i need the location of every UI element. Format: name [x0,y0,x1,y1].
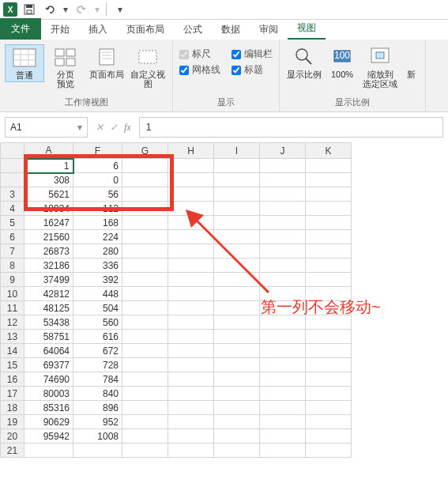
col-header-A[interactable]: A [24,143,73,159]
cell-I-10[interactable] [214,287,260,301]
cell-J-1[interactable] [260,159,306,173]
cell-A-12[interactable]: 53438 [24,315,73,330]
col-header-H[interactable]: H [168,143,214,159]
row-header-6[interactable]: 6 [1,230,24,244]
row-header-9[interactable]: 9 [1,273,24,287]
cell-F-19[interactable]: 952 [73,415,122,429]
cell-J-21[interactable] [260,444,306,458]
cell-A-18[interactable]: 85316 [24,401,73,415]
row-header-20[interactable]: 20 [1,429,24,444]
cell-J-3[interactable] [260,187,306,202]
cell-A-15[interactable]: 69377 [24,358,73,372]
cell-I-8[interactable] [214,259,260,273]
cell-K-20[interactable] [306,429,352,444]
col-header-K[interactable]: K [306,143,352,159]
row-header-3[interactable]: 3 [1,187,24,202]
cell-K-14[interactable] [306,344,352,358]
cell-H-14[interactable] [168,344,214,358]
redo-dropdown[interactable]: ▾ [93,1,101,18]
cell-J-7[interactable] [260,244,306,259]
cell-A-8[interactable]: 32186 [24,259,73,273]
cell-H-13[interactable] [168,330,214,344]
cell-G-14[interactable] [122,344,168,358]
cell-A-10[interactable]: 42812 [24,287,73,301]
cell-I-16[interactable] [214,372,260,387]
cell-F-3[interactable]: 56 [73,187,122,202]
cell-A-6[interactable]: 21560 [24,230,73,244]
cell-H-5[interactable] [168,216,214,230]
save-button[interactable] [21,1,38,18]
cell-F-12[interactable]: 560 [73,315,122,330]
cell-G-8[interactable] [122,259,168,273]
cell-I-6[interactable] [214,230,260,244]
custom-views-button[interactable]: 自定义视图 [128,44,168,90]
cell-F-4[interactable]: 112 [73,202,122,216]
cell-H-2[interactable] [168,173,214,187]
cell-I-20[interactable] [214,429,260,444]
cell-J-6[interactable] [260,230,306,244]
cell-G-21[interactable] [122,444,168,458]
row-header-17[interactable]: 17 [1,387,24,401]
cell-H-17[interactable] [168,387,214,401]
cell-K-17[interactable] [306,387,352,401]
cell-K-16[interactable] [306,372,352,387]
row-header-13[interactable]: 13 [1,330,24,344]
cell-F-14[interactable]: 672 [73,344,122,358]
col-header-G[interactable]: G [122,143,168,159]
cell-K-7[interactable] [306,244,352,259]
formula-bar-checkbox[interactable]: 编辑栏 [232,47,273,61]
cell-J-5[interactable] [260,216,306,230]
cell-A-2[interactable]: 308 [24,173,73,187]
cell-K-1[interactable] [306,159,352,173]
cell-G-2[interactable] [122,173,168,187]
cell-I-5[interactable] [214,216,260,230]
normal-view-button[interactable]: 普通 [5,44,44,82]
zoom-selection-button[interactable]: 缩放到 选定区域 [360,44,400,90]
cell-I-14[interactable] [214,344,260,358]
row-header-4[interactable]: 4 [1,202,24,216]
cell-I-2[interactable] [214,173,260,187]
cell-K-4[interactable] [306,202,352,216]
cell-H-4[interactable] [168,202,214,216]
tab-formula[interactable]: 公式 [174,20,212,40]
cell-F-9[interactable]: 392 [73,273,122,287]
col-header-F[interactable]: F [73,143,122,159]
cell-J-20[interactable] [260,429,306,444]
tab-view[interactable]: 视图 [288,18,326,40]
row-header-19[interactable]: 19 [1,415,24,429]
cell-K-18[interactable] [306,401,352,415]
cell-I-15[interactable] [214,358,260,372]
gridlines-checkbox[interactable]: 网格线 [179,63,220,77]
cell-I-21[interactable] [214,444,260,458]
cell-G-20[interactable] [122,429,168,444]
row-header-12[interactable]: 12 [1,315,24,330]
cell-A-21[interactable] [24,444,73,458]
cell-A-11[interactable]: 48125 [24,301,73,315]
cell-J-19[interactable] [260,415,306,429]
cell-J-15[interactable] [260,358,306,372]
cell-H-20[interactable] [168,429,214,444]
cell-H-10[interactable] [168,287,214,301]
cell-G-10[interactable] [122,287,168,301]
cell-G-13[interactable] [122,330,168,344]
cell-F-11[interactable]: 504 [73,301,122,315]
cell-H-7[interactable] [168,244,214,259]
cell-F-1[interactable]: 6 [73,159,122,173]
cell-H-11[interactable] [168,301,214,315]
cell-K-15[interactable] [306,358,352,372]
cancel-icon[interactable]: ✕ [96,122,104,133]
cell-G-19[interactable] [122,415,168,429]
row-header-15[interactable]: 15 [1,358,24,372]
row-header-8[interactable]: 8 [1,259,24,273]
cell-A-16[interactable]: 74690 [24,372,73,387]
row-header-14[interactable]: 14 [1,344,24,358]
cell-H-3[interactable] [168,187,214,202]
cell-I-1[interactable] [214,159,260,173]
cell-G-9[interactable] [122,273,168,287]
cell-K-8[interactable] [306,259,352,273]
cell-F-16[interactable]: 784 [73,372,122,387]
cell-F-20[interactable]: 1008 [73,429,122,444]
cell-G-15[interactable] [122,358,168,372]
cell-J-8[interactable] [260,259,306,273]
cell-A-9[interactable]: 37499 [24,273,73,287]
